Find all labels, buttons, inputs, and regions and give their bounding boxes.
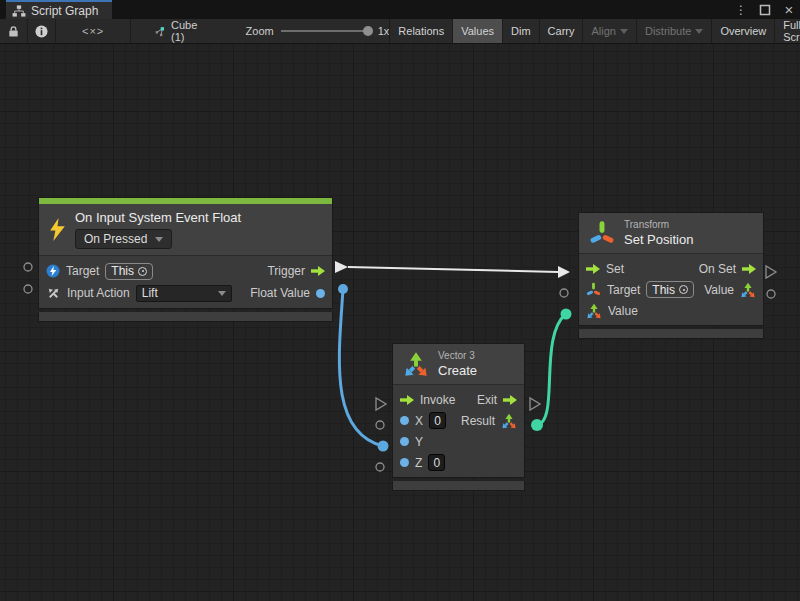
zoom-slider-knob[interactable]	[363, 26, 373, 36]
port-event-target[interactable]	[24, 263, 32, 271]
float-port-icon[interactable]	[400, 416, 409, 425]
lock-button[interactable]	[0, 19, 28, 43]
float-port-icon[interactable]	[316, 289, 325, 298]
chevron-down-icon	[695, 29, 703, 34]
flow-arrow-icon	[742, 264, 756, 274]
flow-arrow-icon	[586, 264, 600, 274]
tab-title: Script Graph	[31, 4, 98, 18]
chevron-down-icon	[620, 29, 628, 34]
port-y-in[interactable]	[378, 441, 389, 452]
transform-icon	[586, 282, 601, 297]
flow-arrow-icon	[311, 266, 325, 276]
relations-button[interactable]: Relations	[389, 19, 452, 43]
port-z-in[interactable]	[376, 463, 384, 471]
port-onset-out[interactable]	[766, 266, 776, 278]
port-result-out[interactable]	[531, 419, 543, 431]
float-value-label: Float Value	[250, 286, 310, 300]
value-out-label: Value	[704, 283, 734, 297]
zoom-slider[interactable]	[281, 30, 371, 32]
distribute-dropdown[interactable]: Distribute	[636, 19, 711, 43]
zoom-control: Zoom 1x	[246, 19, 390, 43]
graph-node-icon	[155, 24, 166, 39]
values-button[interactable]: Values	[452, 19, 502, 43]
exit-label: Exit	[477, 393, 497, 407]
port-value-in[interactable]	[561, 309, 572, 320]
y-label: Y	[415, 435, 423, 449]
chevron-down-icon	[155, 237, 163, 242]
port-trigger-out[interactable]	[335, 261, 348, 273]
graph-reference[interactable]: Cube (1)	[149, 19, 207, 43]
tab-script-graph[interactable]: Script Graph	[6, 0, 112, 19]
scope-target-icon	[679, 285, 688, 294]
window-menu-icon[interactable]: ⋮	[734, 3, 748, 17]
graph-name: Cube (1)	[171, 19, 202, 43]
lightning-bolt-icon	[49, 218, 66, 241]
input-action-icon	[46, 286, 61, 301]
z-label: Z	[415, 456, 422, 470]
event-state-dropdown[interactable]: On Pressed	[75, 229, 172, 249]
scope-target-icon	[138, 267, 147, 276]
node-footer	[38, 312, 333, 322]
node-title: On Input System Event Float	[75, 210, 241, 225]
float-port-icon[interactable]	[400, 458, 409, 467]
x-label: X	[415, 414, 423, 428]
graph-toolbar: <×> Cube (1) Zoom 1x Relations Values Di…	[0, 19, 800, 44]
script-graph-window: Script Graph ⋮ × <×> Cube (1) Zoom 1x	[0, 0, 800, 601]
script-graph-icon	[12, 5, 26, 17]
window-maximize-icon[interactable]	[758, 4, 772, 16]
z-value-input[interactable]: 0	[428, 454, 445, 471]
edge-arrowhead	[558, 266, 570, 278]
trigger-label: Trigger	[267, 264, 305, 278]
port-value-out[interactable]	[767, 290, 775, 298]
target-this-chip[interactable]: This	[646, 281, 694, 298]
invoke-label: Invoke	[420, 393, 455, 407]
edge-trigger-to-set[interactable]	[348, 267, 558, 272]
toolbar-buttons: Relations Values Dim Carry Align Distrib…	[389, 19, 800, 43]
info-icon	[35, 25, 48, 38]
lock-icon	[7, 25, 20, 38]
angle-brackets-icon: <×>	[82, 25, 104, 37]
node-footer	[392, 481, 525, 491]
port-exit-out[interactable]	[530, 398, 540, 410]
result-label: Result	[461, 414, 495, 428]
target-label: Target	[607, 283, 640, 297]
overview-button[interactable]: Overview	[711, 19, 774, 43]
edge-result-to-value[interactable]	[537, 314, 566, 425]
port-transform-target[interactable]	[560, 289, 568, 297]
node-vector3-create[interactable]: Vector 3 Create Invoke Exit	[392, 343, 525, 491]
transform-icon	[589, 220, 615, 246]
flow-arrow-icon	[503, 395, 517, 405]
dim-button[interactable]: Dim	[502, 19, 539, 43]
chevron-down-icon	[218, 291, 226, 296]
target-label: Target	[66, 264, 99, 278]
align-dropdown[interactable]: Align	[582, 19, 635, 43]
node-category: Vector 3	[438, 350, 477, 361]
info-button[interactable]	[28, 19, 56, 43]
vector3-icon	[586, 303, 602, 319]
node-on-input-system-event-float[interactable]: On Input System Event Float On Pressed T…	[38, 197, 333, 322]
vector3-icon	[740, 282, 756, 298]
vector3-icon	[501, 413, 517, 429]
input-action-select[interactable]: Lift	[136, 285, 232, 302]
node-title: Set Position	[624, 232, 693, 247]
carry-button[interactable]: Carry	[539, 19, 583, 43]
edit-graph-button[interactable]: <×>	[56, 19, 131, 43]
port-invoke-in[interactable]	[376, 398, 386, 410]
input-action-label: Input Action	[67, 286, 130, 300]
node-footer	[578, 329, 764, 339]
target-this-chip[interactable]: This	[105, 263, 153, 280]
flow-arrow-icon	[400, 395, 414, 405]
port-x-in[interactable]	[376, 421, 384, 429]
port-event-inputaction[interactable]	[24, 285, 32, 293]
vector3-icon	[403, 351, 429, 377]
port-floatvalue-out[interactable]	[338, 284, 348, 294]
fullscreen-button[interactable]: Full Screen	[774, 19, 800, 43]
on-set-label: On Set	[699, 262, 736, 276]
node-category: Transform	[624, 219, 693, 230]
window-close-icon[interactable]: ×	[782, 1, 796, 18]
graph-canvas[interactable]: On Input System Event Float On Pressed T…	[0, 44, 800, 601]
x-value-input[interactable]: 0	[429, 412, 446, 429]
tab-bar: Script Graph ⋮ ×	[0, 0, 800, 19]
float-port-icon[interactable]	[400, 437, 409, 446]
node-transform-set-position[interactable]: Transform Set Position Set On Set	[578, 212, 764, 339]
